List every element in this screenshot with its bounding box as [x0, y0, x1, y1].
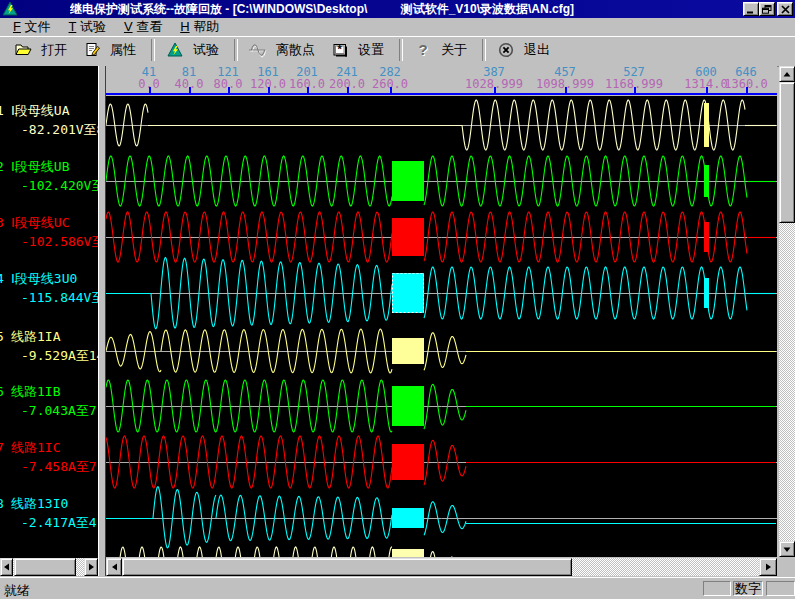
left-panel-scroll-left-button[interactable] [0, 558, 13, 576]
channel-range-7: -7.458A至7. [21, 459, 98, 474]
exit-icon [497, 41, 515, 59]
arrow-left-icon [111, 563, 118, 571]
toolbar-separator [399, 39, 403, 61]
time-ruler[interactable]: 410.08140.012180.0161120.0201160.0241200… [106, 66, 777, 96]
minimize-button[interactable] [743, 2, 759, 16]
channel-range-2: -102.420V至 [21, 178, 98, 193]
window-controls [743, 2, 793, 16]
waveform-scroll-left-button[interactable] [106, 558, 122, 576]
svg-text:*: * [337, 43, 342, 55]
menu-item-help[interactable]: H 帮助 [171, 17, 228, 37]
open-folder-icon [14, 41, 32, 59]
channel-number-4: 4 [0, 271, 4, 286]
channel-label-panel: 1Ⅰ段母线UA-82.201V至82Ⅰ段母线UB-102.420V至3Ⅰ段母线U… [0, 66, 98, 558]
channel-number-6: 6 [0, 384, 4, 399]
panel-splitter[interactable] [98, 66, 106, 576]
channel-range-1: -82.201V至8 [21, 122, 98, 137]
toolbar-button-discrete-points[interactable]: 离散点 [243, 39, 325, 61]
settings-icon: * [331, 41, 349, 59]
toolbar-button-settings[interactable]: *设置 [325, 39, 394, 61]
toolbar-button-test[interactable]: 试验 [160, 39, 229, 61]
channel-range-4: -115.844V至 [21, 290, 98, 305]
channel-range-3: -102.586V至 [21, 234, 98, 249]
scroll-down-button[interactable] [779, 541, 795, 557]
channel-name-7[interactable]: 线路1IC [11, 440, 60, 455]
channel-name-8[interactable]: 线路13I0 [11, 496, 68, 511]
channel-number-8: 8 [0, 496, 4, 511]
menu-item-view[interactable]: V 查看 [115, 17, 171, 37]
channel-name-2[interactable]: Ⅰ段母线UB [11, 159, 70, 174]
ruler-time-value: 1360.0 [701, 78, 777, 90]
toolbar-button-about[interactable]: ??关于 [408, 39, 477, 61]
close-button[interactable] [777, 2, 793, 16]
channel-range-6: -7.043A至7. [21, 403, 98, 418]
channel-name-4[interactable]: Ⅰ段母线3U0 [11, 271, 77, 286]
toolbar-separator [234, 39, 238, 61]
toolbar-button-exit[interactable]: 退出 [491, 39, 560, 61]
vertical-scroll-thumb[interactable] [779, 82, 795, 223]
toolbar-separator [151, 39, 155, 61]
app-window: 继电保护测试系统--故障回放 - [C:\WINDOWS\Desktop\ 测试… [0, 0, 795, 599]
toolbar-button-label: 属性 [110, 41, 136, 59]
status-panel-1 [703, 581, 731, 596]
toolbar-button-label: 设置 [358, 41, 384, 59]
ruler-tick [746, 87, 748, 93]
title-bar[interactable]: 继电保护测试系统--故障回放 - [C:\WINDOWS\Desktop\ 测试… [0, 0, 795, 18]
channel-range-5: -9.529A至14 [21, 348, 98, 363]
toolbar-separator [482, 39, 486, 61]
waveform-scroll-thumb[interactable] [122, 558, 572, 576]
toolbar-button-label: 打开 [41, 41, 67, 59]
discrete-points-icon [249, 41, 267, 59]
channel-name-5[interactable]: 线路1IA [11, 329, 60, 344]
ruler-tick [634, 87, 636, 93]
status-panel-2 [766, 581, 795, 596]
channel-range-8: -2.417A至4. [21, 515, 98, 530]
restore-button[interactable] [759, 2, 775, 16]
arrow-left-icon [3, 563, 10, 571]
channel-number-1: 1 [0, 103, 4, 118]
menu-bar: F 文件T 试验V 查看H 帮助 [0, 18, 795, 36]
toolbar-button-properties[interactable]: 属性 [77, 39, 146, 61]
channel-name-6[interactable]: 线路1IB [11, 384, 60, 399]
status-ready-text: 就绪 [4, 582, 30, 599]
status-panel-numeric: 数字 [733, 581, 763, 596]
waveform-canvas[interactable] [106, 96, 777, 557]
vertical-scrollbar[interactable] [779, 66, 795, 557]
channel-number-5: 5 [0, 329, 4, 344]
ruler-mark-646: 6461360.0 [701, 66, 777, 90]
svg-text:?: ? [418, 42, 427, 58]
waveform-hscrollbar[interactable] [106, 558, 777, 576]
ruler-tick [494, 87, 496, 93]
status-bar: 就绪 数字 [0, 577, 795, 599]
left-panel-scroll-right-button[interactable] [84, 558, 98, 576]
toolbar-button-label: 试验 [193, 41, 219, 59]
window-title: 继电保护测试系统--故障回放 - [C:\WINDOWS\Desktop\ 测试… [70, 1, 743, 18]
arrow-right-icon [765, 563, 772, 571]
channel-number-3: 3 [0, 215, 4, 230]
properties-icon [83, 41, 101, 59]
left-panel-scroll-thumb[interactable] [14, 558, 76, 576]
arrow-down-icon [783, 546, 791, 553]
test-lightning-icon [166, 41, 184, 59]
toolbar-button-label: 关于 [441, 41, 467, 59]
channel-name-1[interactable]: Ⅰ段母线UA [11, 103, 70, 118]
ruler-baseline [106, 93, 777, 95]
toolbar: 打开属性试验离散点*设置??关于退出 [0, 36, 795, 63]
scroll-up-button[interactable] [779, 66, 795, 82]
left-panel-hscrollbar[interactable] [0, 558, 98, 576]
ruler-tick [565, 87, 567, 93]
arrow-up-icon [783, 71, 791, 78]
channel-name-3[interactable]: Ⅰ段母线UC [11, 215, 70, 230]
menu-item-test[interactable]: T 试验 [60, 17, 115, 37]
app-lightning-icon [2, 1, 18, 17]
scrollbar-corner [777, 558, 795, 576]
toolbar-button-label: 离散点 [276, 41, 315, 59]
ruler-tick [390, 87, 392, 93]
channel-number-7: 7 [0, 440, 4, 455]
waveform-scroll-right-button[interactable] [759, 558, 777, 576]
toolbar-button-label: 退出 [524, 41, 550, 59]
channel-number-2: 2 [0, 159, 4, 174]
toolbar-button-open[interactable]: 打开 [8, 39, 77, 61]
menu-item-file[interactable]: F 文件 [4, 17, 60, 37]
about-icon: ?? [414, 41, 432, 59]
